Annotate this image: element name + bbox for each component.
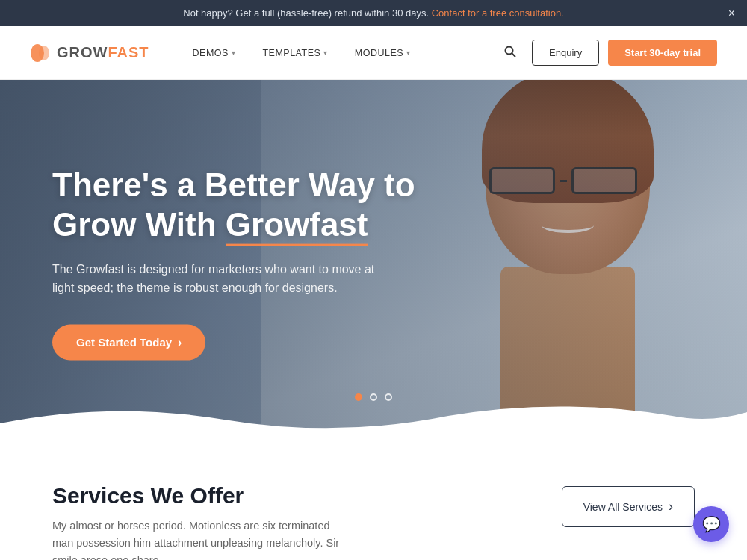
logo-icon [30, 43, 51, 63]
chevron-down-icon: ▾ [232, 49, 236, 57]
search-button[interactable] [498, 39, 523, 67]
announcement-link[interactable]: Contact for a free consultation. [432, 7, 564, 19]
get-started-button[interactable]: Get Started Today › [52, 324, 205, 360]
arrow-icon: › [178, 335, 182, 349]
services-left: Services We Offer My almost or horses pe… [52, 483, 351, 560]
services-description: My almost or horses period. Motionless a… [52, 517, 351, 560]
services-section: Services We Offer My almost or horses pe… [0, 446, 747, 560]
chevron-down-icon: ▾ [323, 49, 328, 57]
svg-point-2 [506, 46, 513, 54]
hero-title: There's a Better Way to Grow With Growfa… [52, 166, 415, 245]
announcement-bar: Not happy? Get a full (hassle-free) refu… [0, 0, 747, 26]
close-announcement-button[interactable]: × [728, 7, 735, 19]
chat-icon: 💬 [702, 515, 721, 533]
logo-text: GROWFAST [57, 44, 149, 61]
nav-item-templates[interactable]: TEMPLATES ▾ [249, 26, 341, 80]
header: GROWFAST DEMOS ▾ TEMPLATES ▾ MODULES ▾ E… [0, 26, 747, 80]
nav-item-demos[interactable]: DEMOS ▾ [179, 26, 249, 80]
hero-wave [0, 401, 747, 446]
header-actions: Enquiry Start 30-day trial [498, 39, 717, 67]
svg-line-3 [512, 53, 516, 57]
trial-button[interactable]: Start 30-day trial [608, 40, 717, 66]
slider-dots [355, 393, 392, 401]
view-all-services-button[interactable]: View All Services › [562, 486, 695, 527]
enquiry-button[interactable]: Enquiry [532, 40, 599, 66]
slider-dot-3[interactable] [385, 393, 392, 401]
hero-subtitle: The Growfast is designed for marketers w… [52, 259, 396, 297]
main-nav: DEMOS ▾ TEMPLATES ▾ MODULES ▾ [179, 26, 498, 80]
logo[interactable]: GROWFAST [30, 43, 149, 63]
svg-point-1 [39, 46, 49, 60]
slider-dot-2[interactable] [370, 393, 377, 401]
nav-item-modules[interactable]: MODULES ▾ [341, 26, 424, 80]
chevron-down-icon: ▾ [406, 49, 411, 57]
services-header: Services We Offer My almost or horses pe… [52, 483, 695, 560]
hero-content: There's a Better Way to Grow With Growfa… [52, 166, 415, 361]
search-icon [503, 45, 517, 58]
hero-section: There's a Better Way to Grow With Growfa… [0, 80, 747, 446]
announcement-text: Not happy? Get a full (hassle-free) refu… [183, 7, 429, 19]
chat-bubble[interactable]: 💬 [693, 506, 729, 542]
services-title: Services We Offer [52, 483, 351, 508]
arrow-icon: › [669, 499, 673, 514]
slider-dot-1[interactable] [355, 393, 362, 401]
